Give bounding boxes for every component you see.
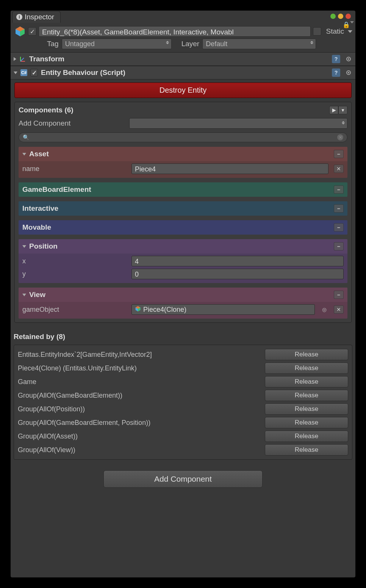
static-checkbox[interactable] [313,27,321,36]
svg-line-5 [20,58,24,61]
destroy-entity-button[interactable]: Destroy Entity [14,82,352,98]
gear-icon[interactable] [345,55,352,63]
entity-behaviour-header[interactable]: C# ✓ Entity Behaviour (Script) ? [11,66,355,79]
retained-row: Piece4(Clone) (Entitas.Unity.EntityLink)… [18,362,348,374]
release-button[interactable]: Release [265,431,348,442]
transform-title: Transform [29,55,64,63]
component-view-header[interactable]: View – [19,288,347,302]
retained-item-label: Game [18,378,261,386]
tab-inspector[interactable]: i Inspector [12,11,61,23]
page-dropdown-button[interactable]: ▾ [338,106,347,114]
layer-dropdown[interactable]: Default [202,39,316,49]
svg-point-9 [348,72,349,73]
help-icon[interactable]: ? [332,68,340,77]
release-button[interactable]: Release [265,403,348,415]
component-gameboardelement: GameBoardElement – [19,182,347,197]
component-title: Movable [22,223,51,232]
tag-dropdown[interactable]: Untagged [62,39,172,49]
component-title: Asset [29,150,49,158]
object-name-field[interactable]: Entity_6(*8)(Asset, GameBoardElement, In… [39,26,311,37]
script-enabled-checkbox[interactable]: ✓ [30,69,38,76]
component-movable-header[interactable]: Movable – [19,220,347,235]
retained-item-label: Group(AllOf(View)) [18,446,261,454]
traffic-green[interactable] [330,14,336,19]
component-remove-button[interactable]: – [334,185,344,194]
retained-row: Group(AllOf(View))Release [18,444,348,456]
traffic-yellow[interactable] [338,14,343,19]
gameobject-cube-icon [14,26,26,37]
component-remove-button[interactable]: – [334,291,344,299]
tag-value: Untagged [65,40,95,48]
component-interactive: Interactive – [19,201,347,216]
retained-item-label: Group(AllOf(Position)) [18,405,261,413]
foldout-open-icon [22,245,26,248]
retained-by-section: Retained by (8) Entitas.EntityIndex`2[Ga… [14,333,352,460]
component-asset: Asset – name Piece4 ✕ [19,147,347,178]
retained-row: Group(AllOf(GameBoardElement, Position))… [18,417,348,428]
view-gameobject-field[interactable]: Piece4(Clone) [131,304,315,315]
page-prev-button[interactable]: ▶ [329,106,338,114]
transform-header[interactable]: Transform ? [11,52,355,66]
window-controls [330,14,351,19]
component-search-field[interactable]: 🔍 ✕ [19,132,347,142]
position-y-input[interactable]: 0 [131,269,344,279]
retained-list: Entitas.EntityIndex`2[GameEntity,IntVect… [14,345,352,460]
retained-item-label: Group(AllOf(Asset)) [18,432,261,440]
component-title: View [29,291,45,299]
position-x-input[interactable]: 4 [131,256,344,266]
component-view: View – gameObject Piece4(Clone) ◎ ✕ [19,288,347,319]
components-count-label: Components (6) [19,106,74,114]
field-label: y [22,270,128,278]
component-gbe-header[interactable]: GameBoardElement – [19,182,347,197]
tag-label: Tag [47,40,59,48]
add-component-label: Add Component [19,119,125,128]
static-dropdown-icon[interactable] [348,30,352,33]
release-button[interactable]: Release [265,376,348,387]
foldout-closed-icon [14,57,16,61]
retained-item-label: Entitas.EntityIndex`2[GameEntity,IntVect… [18,351,261,359]
field-clear-button[interactable]: ✕ [334,165,344,173]
search-clear-icon[interactable]: ✕ [337,134,343,140]
component-remove-button[interactable]: – [334,242,344,250]
inspector-body: Destroy Entity Components (6) ▶ ▾ Add Co… [11,79,355,499]
add-component-button[interactable]: Add Component [103,470,263,488]
component-title: GameBoardElement [22,185,91,194]
component-asset-header[interactable]: Asset – [19,147,347,161]
component-title: Position [29,242,58,250]
release-button[interactable]: Release [265,417,348,428]
field-row: y 0 [22,269,344,279]
components-box: Components (6) ▶ ▾ Add Component 🔍 ✕ [14,102,352,323]
retained-row: Entitas.EntityIndex`2[GameEntity,IntVect… [18,349,348,360]
gear-icon[interactable] [345,69,352,76]
enabled-checkbox[interactable]: ✓ [28,27,36,36]
asset-name-input[interactable]: Piece4 [131,163,328,174]
object-picker-icon[interactable]: ◎ [320,305,328,314]
layer-label: Layer [181,40,200,48]
release-button[interactable]: Release [265,444,348,456]
retained-row: Group(AllOf(GameBoardElement))Release [18,390,348,401]
component-remove-button[interactable]: – [334,150,344,158]
component-remove-button[interactable]: – [334,204,344,213]
component-interactive-header[interactable]: Interactive – [19,201,347,216]
component-position: Position – x 4 y 0 [19,239,347,283]
gameobject-cube-icon [135,306,141,314]
field-row: gameObject Piece4(Clone) ◎ ✕ [22,304,344,315]
field-row: name Piece4 ✕ [22,163,344,174]
component-position-header[interactable]: Position – [19,239,347,254]
add-component-dropdown[interactable] [129,118,347,129]
field-row: x 4 [22,256,344,266]
lock-icon[interactable]: 🔒 [343,21,350,28]
release-button[interactable]: Release [265,390,348,401]
retained-item-label: Group(AllOf(GameBoardElement, Position)) [18,419,261,427]
release-button[interactable]: Release [265,362,348,374]
script-icon: C# [20,69,27,76]
panel-menu-icon[interactable] [350,21,354,23]
field-label: name [22,165,128,173]
traffic-red[interactable] [346,14,351,19]
help-icon[interactable]: ? [332,55,340,63]
release-button[interactable]: Release [265,349,348,360]
component-remove-button[interactable]: – [334,223,344,232]
component-asset-body: name Piece4 ✕ [19,161,347,178]
field-clear-button[interactable]: ✕ [334,305,344,314]
field-label: gameObject [22,306,128,314]
